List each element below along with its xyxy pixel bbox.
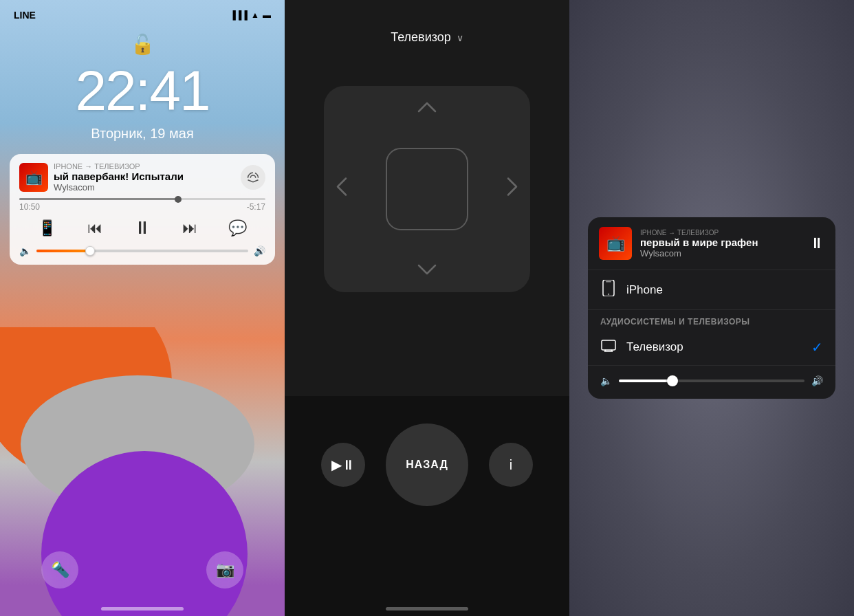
airplay-play-pause-button[interactable]: ⏸ xyxy=(809,234,824,252)
flashlight-icon: 🔦 xyxy=(51,561,69,579)
back-label: НАЗАД xyxy=(406,459,448,471)
info-button[interactable]: i xyxy=(489,443,533,487)
iphone-device-name: iPhone xyxy=(626,283,823,297)
fast-forward-button[interactable]: ⏭ xyxy=(182,219,197,237)
lock-time: 22:41 xyxy=(0,58,285,123)
signal-icon: ▐▐▐ xyxy=(230,10,248,20)
progress-bar[interactable]: 10:50 -5:17 xyxy=(19,198,265,212)
remote-screen: Телевизор ∨ xyxy=(285,0,569,616)
volume-low-icon: 🔈 xyxy=(19,245,31,256)
tv-device-name: Телевизор xyxy=(626,340,802,354)
notif-source: iPhone → ТЕЛЕВИЗОР xyxy=(54,162,235,170)
airplay-tv-row[interactable]: Телевизор ✓ xyxy=(588,329,835,366)
airplay-volume-low-icon: 🔈 xyxy=(600,375,612,386)
airplay-volume-row: 🔈 🔊 xyxy=(588,366,835,399)
notif-header: 📺 iPhone → ТЕЛЕВИЗОР ый павербанк! Испыт… xyxy=(19,162,265,192)
back-button[interactable]: НАЗАД xyxy=(386,424,468,506)
airplay-card: 📺 iPhone → ТЕЛЕВИЗОР первый в мире графе… xyxy=(588,217,835,399)
volume-high-icon: 🔊 xyxy=(254,245,265,256)
rewind-button[interactable]: ⏮ xyxy=(87,219,102,237)
nav-down-button[interactable] xyxy=(416,259,438,281)
notif-title: ый павербанк! Испытали xyxy=(54,170,235,182)
tv-device-icon xyxy=(600,340,617,355)
airplay-volume-high-icon: 🔊 xyxy=(811,375,823,386)
notif-thumbnail: 📺 xyxy=(19,163,48,192)
media-controls: 📱 ⏮ ⏸ ⏭ 💬 xyxy=(19,217,265,239)
camera-button[interactable]: 📷 xyxy=(206,551,243,588)
airplay-volume-track[interactable] xyxy=(619,380,804,382)
airplay-artist: Wylsacom xyxy=(640,248,801,258)
progress-track xyxy=(19,198,265,200)
home-indicator-remote xyxy=(386,607,468,610)
airplay-screen: 📺 iPhone → ТЕЛЕВИЗОР первый в мире графе… xyxy=(569,0,854,616)
airplay-source: iPhone → ТЕЛЕВИЗОР xyxy=(640,229,801,236)
pause-button[interactable]: ⏸ xyxy=(133,217,151,239)
volume-thumb xyxy=(85,246,95,256)
nav-right-button[interactable] xyxy=(505,176,519,203)
progress-times: 10:50 -5:17 xyxy=(19,202,265,212)
remote-title-chevron[interactable]: ∨ xyxy=(457,32,463,43)
lock-bottom-buttons: 🔦 📷 xyxy=(0,551,285,588)
iphone-device-icon xyxy=(600,280,617,300)
remote-icon[interactable]: 📱 xyxy=(38,219,56,237)
notif-artist: Wylsacom xyxy=(54,182,235,192)
lock-screen: LINE ▐▐▐ ▲ ▬ 🔓 22:41 Вторник, 19 мая 📺 i… xyxy=(0,0,285,616)
svg-point-2 xyxy=(608,294,609,295)
remote-bottom-buttons: ▶︎⏸ НАЗАД i xyxy=(321,424,533,506)
airplay-section-header: АУДИОСИСТЕМЫ И ТЕЛЕВИЗОРЫ xyxy=(588,310,835,329)
svg-rect-3 xyxy=(602,340,615,350)
remote-header: Телевизор ∨ xyxy=(391,30,463,45)
time-remaining: -5:17 xyxy=(247,202,265,212)
volume-track[interactable] xyxy=(36,250,248,252)
remote-touchpad[interactable] xyxy=(324,86,530,292)
airplay-button[interactable] xyxy=(241,165,265,190)
notif-thumb-inner: 📺 xyxy=(19,163,48,192)
airplay-volume-fill xyxy=(619,380,671,382)
airplay-meta: iPhone → ТЕЛЕВИЗОР первый в мире графен … xyxy=(640,229,801,258)
nav-left-button[interactable] xyxy=(335,176,349,203)
status-icons: ▐▐▐ ▲ ▬ xyxy=(230,10,271,20)
notification-card[interactable]: 📺 iPhone → ТЕЛЕВИЗОР ый павербанк! Испыт… xyxy=(10,154,275,265)
play-pause-button[interactable]: ▶︎⏸ xyxy=(321,443,365,487)
info-icon: i xyxy=(510,457,512,473)
svg-rect-1 xyxy=(606,281,611,283)
airplay-thumbnail: 📺 xyxy=(599,227,632,260)
wifi-icon: ▲ xyxy=(251,10,259,20)
time-elapsed: 10:50 xyxy=(19,202,40,212)
airplay-iphone-row[interactable]: iPhone xyxy=(588,270,835,310)
flashlight-button[interactable]: 🔦 xyxy=(41,551,78,588)
progress-thumb xyxy=(175,196,182,203)
tv-selected-checkmark: ✓ xyxy=(811,339,823,355)
lock-icon: 🔓 xyxy=(131,33,155,56)
lock-date: Вторник, 19 мая xyxy=(0,126,285,142)
progress-fill xyxy=(19,198,179,200)
nav-up-button[interactable] xyxy=(416,97,438,119)
airplay-volume-thumb xyxy=(667,375,678,386)
battery-icon: ▬ xyxy=(263,10,271,20)
home-indicator xyxy=(101,607,184,610)
remote-title: Телевизор xyxy=(391,30,451,45)
remote-center-button[interactable] xyxy=(386,148,468,230)
volume-row: 🔈 🔊 xyxy=(19,245,265,256)
carrier-label: LINE xyxy=(14,10,36,21)
subtitle-button[interactable]: 💬 xyxy=(228,219,247,237)
status-bar: LINE ▐▐▐ ▲ ▬ xyxy=(0,0,285,21)
camera-icon: 📷 xyxy=(216,561,234,579)
volume-fill xyxy=(36,250,89,252)
notif-meta: iPhone → ТЕЛЕВИЗОР ый павербанк! Испытал… xyxy=(54,162,235,192)
airplay-title: первый в мире графен xyxy=(640,236,801,248)
play-pause-icon: ▶︎⏸ xyxy=(331,456,355,473)
remote-bottom-area: ▶︎⏸ НАЗАД i xyxy=(285,396,569,616)
lock-icon-area: 🔓 xyxy=(0,33,285,56)
airplay-devices-section: iPhone АУДИОСИСТЕМЫ И ТЕЛЕВИЗОРЫ Телевиз… xyxy=(588,270,835,366)
airplay-now-playing: 📺 iPhone → ТЕЛЕВИЗОР первый в мире графе… xyxy=(588,217,835,270)
